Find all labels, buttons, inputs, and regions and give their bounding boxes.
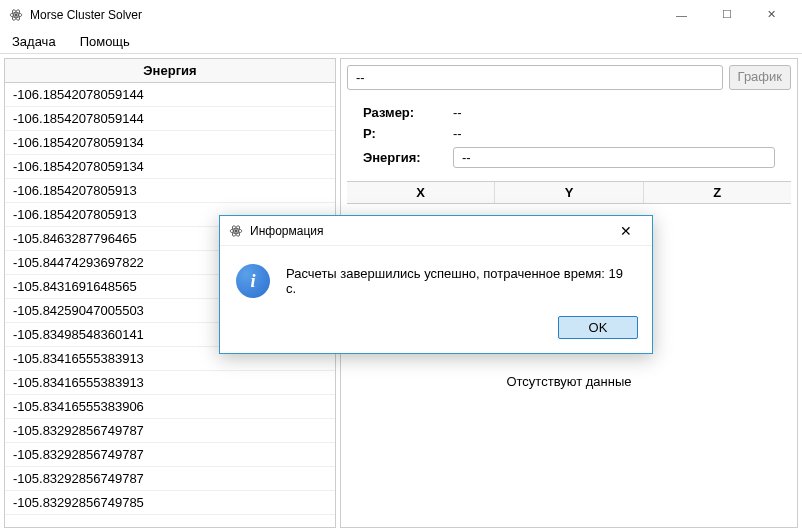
col-y: Y bbox=[495, 182, 643, 203]
energy-header: Энергия bbox=[5, 59, 335, 83]
dialog-close-button[interactable]: ✕ bbox=[608, 218, 644, 244]
info-grid: Размер: -- Р: -- Энергия: -- bbox=[347, 98, 791, 181]
app-icon bbox=[8, 7, 24, 23]
energy-row[interactable]: -105.83292856749785 bbox=[5, 491, 335, 515]
coord-table-header: X Y Z bbox=[347, 181, 791, 204]
energy-row[interactable]: -105.83416555383906 bbox=[5, 395, 335, 419]
dialog-message: Расчеты завершились успешно, потраченное… bbox=[286, 266, 636, 296]
energy-row[interactable]: -105.83416555383913 bbox=[5, 371, 335, 395]
maximize-button[interactable]: ☐ bbox=[704, 1, 749, 29]
dialog-titlebar: Информация ✕ bbox=[220, 216, 652, 246]
energy-row[interactable]: -105.83292856749787 bbox=[5, 419, 335, 443]
energy-row[interactable]: -106.18542078059134 bbox=[5, 155, 335, 179]
menubar: Задача Помощь bbox=[0, 30, 802, 54]
details-top-row: -- График bbox=[347, 65, 791, 90]
size-label: Размер: bbox=[363, 105, 453, 120]
col-x: X bbox=[347, 182, 495, 203]
window-title: Morse Cluster Solver bbox=[30, 8, 142, 22]
col-z: Z bbox=[644, 182, 791, 203]
ok-button[interactable]: OK bbox=[558, 316, 638, 339]
energy-label: Энергия: bbox=[363, 150, 453, 165]
energy-row[interactable]: -106.18542078059144 bbox=[5, 107, 335, 131]
energy-output: -- bbox=[453, 147, 775, 168]
dialog-app-icon bbox=[228, 223, 244, 239]
energy-row[interactable]: -105.83292856749787 bbox=[5, 443, 335, 467]
svg-point-0 bbox=[15, 13, 17, 15]
p-label: Р: bbox=[363, 126, 453, 141]
graphic-button[interactable]: График bbox=[729, 65, 791, 90]
dialog-body: i Расчеты завершились успешно, потраченн… bbox=[220, 246, 652, 308]
menu-help[interactable]: Помощь bbox=[76, 32, 134, 51]
dialog-footer: OK bbox=[220, 308, 652, 353]
info-dialog: Информация ✕ i Расчеты завершились успеш… bbox=[219, 215, 653, 354]
menu-task[interactable]: Задача bbox=[8, 32, 60, 51]
info-icon: i bbox=[236, 264, 270, 298]
p-value: -- bbox=[453, 126, 462, 141]
selection-field[interactable]: -- bbox=[347, 65, 723, 90]
titlebar: Morse Cluster Solver — ☐ ✕ bbox=[0, 0, 802, 30]
size-value: -- bbox=[453, 105, 462, 120]
energy-row[interactable]: -106.1854207805913 bbox=[5, 179, 335, 203]
energy-row[interactable]: -106.18542078059134 bbox=[5, 131, 335, 155]
window-controls: — ☐ ✕ bbox=[659, 1, 794, 29]
svg-point-4 bbox=[235, 229, 237, 231]
energy-row[interactable]: -106.18542078059144 bbox=[5, 83, 335, 107]
minimize-button[interactable]: — bbox=[659, 1, 704, 29]
dialog-title: Информация bbox=[250, 224, 323, 238]
close-button[interactable]: ✕ bbox=[749, 1, 794, 29]
energy-row[interactable]: -105.83292856749787 bbox=[5, 467, 335, 491]
